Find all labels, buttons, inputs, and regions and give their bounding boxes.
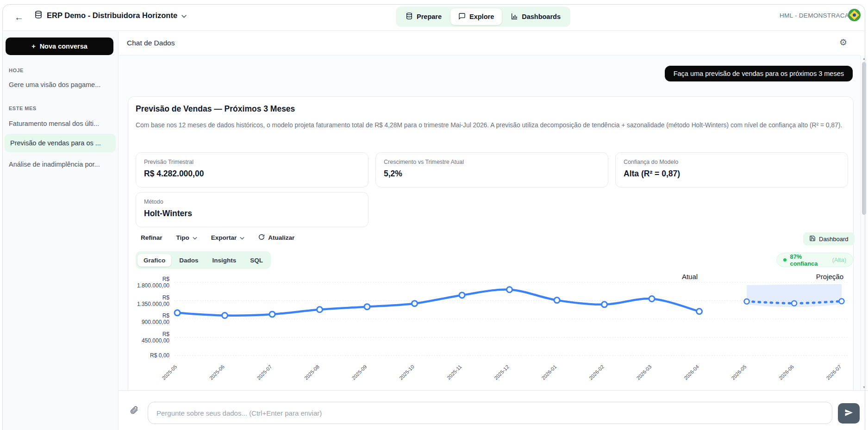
scrollbar-thumb[interactable]	[862, 62, 866, 215]
conversation-item[interactable]: Análise de inadimplência por...	[9, 161, 114, 168]
svg-text:2026-05: 2026-05	[730, 364, 747, 381]
svg-text:2025-07: 2025-07	[256, 364, 273, 381]
card-title: Previsão de Vendas — Próximos 3 Meses	[136, 104, 295, 114]
gear-icon[interactable]: ⚙	[839, 37, 847, 48]
type-dropdown[interactable]: Tipo	[176, 234, 197, 241]
card-summary: Com base nos 12 meses de dados histórico…	[136, 118, 846, 132]
confidence-value: 87% confianca	[790, 253, 829, 267]
metric-value: Holt-Winters	[144, 209, 360, 218]
svg-text:R$900.000,00: R$900.000,00	[142, 312, 169, 325]
svg-text:2025-05: 2025-05	[161, 364, 178, 381]
flag-globe	[853, 13, 856, 17]
metric-label: Previsão Trimestral	[144, 159, 360, 165]
conversation-sidebar: + Nova conversa HOJE Gere uma visão dos …	[3, 31, 119, 430]
message-input[interactable]	[148, 402, 832, 424]
svg-text:R$1.350.000,00: R$1.350.000,00	[137, 294, 169, 307]
scroll-down-arrow[interactable]: ▼	[861, 386, 868, 389]
floppy-disk-icon	[809, 235, 816, 243]
metric-label: Crescimento vs Trimestre Atual	[384, 159, 600, 165]
top-bar: ← ERP Demo - Distribuidora Horizonte Pre…	[3, 5, 865, 31]
tab-label: Prepare	[417, 13, 442, 20]
page-title: Chat de Dados	[127, 39, 175, 47]
svg-text:2026-07: 2026-07	[825, 364, 842, 381]
refine-button[interactable]: Refinar	[141, 234, 162, 241]
svg-text:2025-12: 2025-12	[493, 364, 510, 381]
chevron-down-icon	[181, 12, 187, 20]
svg-text:2025-06: 2025-06	[208, 364, 225, 381]
user-message-bubble: Faça uma previsão de vendas para os próx…	[665, 66, 853, 81]
metric-card-growth: Crescimento vs Trimestre Atual 5,2%	[375, 152, 608, 187]
workspace-selector[interactable]: ERP Demo - Distribuidora Horizonte	[34, 10, 187, 21]
chat-icon	[458, 12, 466, 21]
tab-prepare[interactable]: Prepare	[398, 8, 450, 25]
metric-value: 5,2%	[384, 169, 600, 179]
tab-explore[interactable]: Explore	[450, 8, 502, 25]
result-toolbar: Refinar Tipo Exportar Atualizar	[141, 234, 294, 242]
environment-label: HML - DEMONSTRACAO	[780, 12, 854, 19]
paperclip-icon[interactable]	[129, 405, 138, 416]
type-label: Tipo	[176, 234, 189, 241]
tab-sql[interactable]: SQL	[244, 254, 269, 267]
metric-label: Confiança do Modelo	[624, 159, 840, 165]
svg-text:2025-08: 2025-08	[303, 364, 320, 381]
export-label: Exportar	[211, 234, 237, 241]
conversation-item[interactable]: Gere uma visão dos pagame...	[9, 81, 114, 88]
tab-label: Explore	[469, 13, 494, 20]
svg-text:R$1.800.000,00: R$1.800.000,00	[137, 276, 169, 289]
new-conversation-label: Nova conversa	[40, 43, 87, 50]
tab-dashboards[interactable]: Dashboards	[503, 8, 568, 25]
svg-text:2026-06: 2026-06	[778, 364, 795, 381]
chevron-down-icon	[240, 234, 244, 241]
chat-header: Chat de Dados ⚙	[119, 31, 860, 56]
message-composer	[119, 390, 868, 430]
svg-text:R$450.000,00: R$450.000,00	[142, 331, 169, 344]
svg-text:Atual: Atual	[682, 273, 698, 280]
conversation-item[interactable]: Faturamento mensal dos últi...	[9, 120, 114, 127]
new-conversation-button[interactable]: + Nova conversa	[6, 37, 113, 55]
scroll-up-arrow[interactable]: ▲	[861, 57, 868, 60]
svg-text:2026-04: 2026-04	[683, 364, 700, 381]
brazil-flag-avatar[interactable]	[848, 9, 861, 21]
svg-text:2026-01: 2026-01	[540, 364, 557, 381]
paper-plane-icon	[844, 408, 853, 418]
send-button[interactable]	[838, 403, 860, 424]
mode-switcher: Prepare Explore Dashboards	[396, 6, 570, 27]
chat-scroll-area: Faça uma previsão de vendas para os próx…	[119, 56, 860, 390]
view-tabs: Grafico Dados Insights SQL	[136, 251, 271, 269]
svg-text:2026-03: 2026-03	[635, 364, 652, 381]
database-icon	[406, 12, 413, 21]
svg-text:2025-09: 2025-09	[350, 364, 368, 381]
refresh-label: Atualizar	[268, 234, 294, 241]
svg-text:2026-02: 2026-02	[588, 364, 605, 381]
forecast-result-card: Previsão de Vendas — Próximos 3 Meses Co…	[128, 96, 854, 390]
svg-text:R$ 0,00: R$ 0,00	[150, 352, 169, 359]
metric-value: R$ 4.282.000,00	[144, 169, 360, 179]
svg-text:Projeção: Projeção	[816, 273, 843, 280]
metric-card-forecast: Previsão Trimestral R$ 4.282.000,00	[136, 152, 368, 187]
metric-value: Alta (R² = 0,87)	[624, 169, 840, 179]
save-to-dashboard-button[interactable]: Dashboard	[803, 232, 855, 245]
plus-icon: +	[31, 43, 35, 50]
dashboard-label: Dashboard	[819, 236, 849, 243]
bar-chart-icon	[511, 12, 518, 21]
export-dropdown[interactable]: Exportar	[211, 234, 245, 241]
vertical-scrollbar[interactable]: ▲ ▼	[860, 56, 868, 390]
tab-grafico[interactable]: Grafico	[137, 254, 171, 267]
tab-label: Dashboards	[522, 13, 561, 20]
confidence-level: (Alta)	[832, 256, 846, 263]
section-title-today: HOJE	[9, 68, 24, 73]
conversation-item-active[interactable]: Previsão de vendas para os ...	[5, 134, 116, 152]
metric-label: Método	[144, 199, 360, 205]
tab-insights[interactable]: Insights	[206, 254, 243, 267]
section-title-this-month: ESTE MES	[9, 106, 37, 111]
workspace-title: ERP Demo - Distribuidora Horizonte	[47, 11, 177, 20]
database-icon	[34, 10, 43, 21]
refresh-icon	[258, 234, 265, 242]
refresh-button[interactable]: Atualizar	[258, 234, 294, 242]
refine-label: Refinar	[141, 234, 162, 241]
tab-dados[interactable]: Dados	[173, 254, 204, 267]
green-dot-icon	[783, 258, 787, 262]
svg-text:2025-10: 2025-10	[398, 364, 415, 381]
back-button[interactable]: ←	[11, 9, 27, 25]
forecast-line-chart: R$ 0,00R$450.000,00R$900.000,00R$1.350.0…	[128, 271, 853, 388]
